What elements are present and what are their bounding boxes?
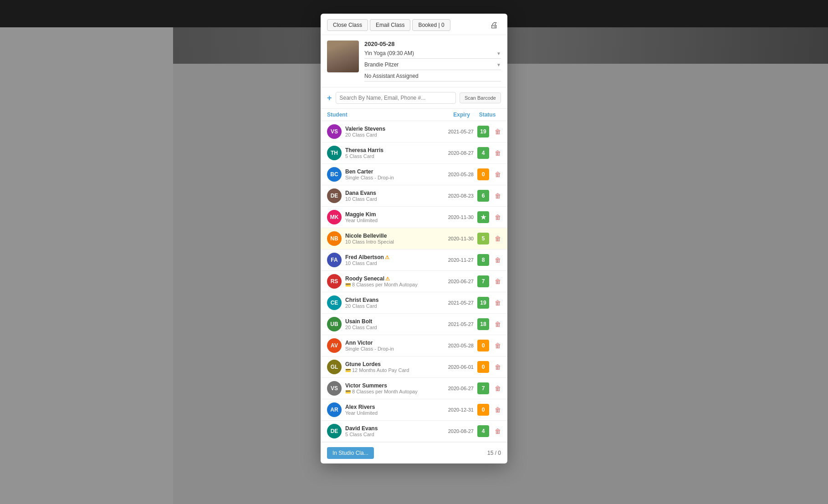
- delete-student-button[interactable]: 🗑: [495, 342, 501, 349]
- print-button[interactable]: 🖨: [487, 20, 501, 31]
- student-expiry: 2021-05-27: [441, 129, 474, 134]
- assistant-label: No Assistant Assigned: [364, 73, 419, 79]
- student-info: Nicole Belleville 10 Class Intro Special: [345, 233, 437, 244]
- search-bar: + Scan Barcode: [321, 87, 507, 109]
- student-name: Fred Albertson⚠: [345, 254, 437, 260]
- student-expiry: 2021-05-27: [441, 321, 474, 327]
- delete-student-button[interactable]: 🗑: [495, 192, 501, 199]
- student-expiry: 2020-06-27: [441, 386, 474, 391]
- warning-icon: ⚠: [385, 276, 390, 281]
- delete-student-button[interactable]: 🗑: [495, 321, 501, 328]
- student-avatar: FA: [327, 253, 342, 267]
- student-pass: 5 Class Card: [345, 153, 437, 159]
- student-pass: Single Class - Drop-in: [345, 175, 437, 180]
- student-row[interactable]: RS Roody Senecal⚠ 💳8 Classes per Month A…: [321, 271, 507, 292]
- col-header-status: Status: [474, 112, 501, 118]
- status-badge: 19: [477, 297, 489, 309]
- status-badge: 18: [477, 318, 489, 330]
- student-row[interactable]: GL Gtune Lordes 💳12 Months Auto Pay Card…: [321, 356, 507, 378]
- student-pass: 20 Class Card: [345, 132, 437, 137]
- student-row[interactable]: DE Dana Evans 10 Class Card 2020-08-23 6…: [321, 185, 507, 207]
- student-avatar: GL: [327, 360, 342, 374]
- modal-footer: In Studio Cla... 15 / 0: [321, 442, 507, 463]
- student-name: Theresa Harris: [345, 147, 437, 153]
- student-row[interactable]: CE Christ Evans 20 Class Card 2021-05-27…: [321, 292, 507, 314]
- status-badge: 7: [477, 382, 489, 394]
- student-pass: 5 Class Card: [345, 432, 437, 437]
- student-info: Ann Victor Single Class - Drop-in: [345, 340, 437, 351]
- student-row[interactable]: VS Victor Summers 💳8 Classes per Month A…: [321, 378, 507, 399]
- delete-student-button[interactable]: 🗑: [495, 428, 501, 435]
- student-row[interactable]: UB Usain Bolt 20 Class Card 2021-05-27 1…: [321, 314, 507, 335]
- delete-student-button[interactable]: 🗑: [495, 278, 501, 285]
- student-row[interactable]: AV Ann Victor Single Class - Drop-in 202…: [321, 335, 507, 356]
- delete-student-button[interactable]: 🗑: [495, 149, 501, 157]
- status-badge: ★: [477, 211, 489, 223]
- status-badge: 5: [477, 233, 489, 244]
- student-pass: 20 Class Card: [345, 325, 437, 330]
- student-row[interactable]: VS Valerie Stevens 20 Class Card 2021-05…: [321, 121, 507, 143]
- warning-icon: ⚠: [385, 255, 389, 260]
- student-pass: 10 Class Intro Special: [345, 239, 437, 244]
- student-info: Dana Evans 10 Class Card: [345, 190, 437, 202]
- student-info: Gtune Lordes 💳12 Months Auto Pay Card: [345, 361, 437, 373]
- status-badge: 0: [477, 340, 489, 351]
- student-avatar: VS: [327, 381, 342, 396]
- delete-student-button[interactable]: 🗑: [495, 299, 501, 306]
- booked-button[interactable]: Booked | 0: [412, 19, 450, 31]
- student-row[interactable]: MK Maggie Kim Year Unlimited 2020-11-30 …: [321, 207, 507, 228]
- student-row[interactable]: DE David Evans 5 Class Card 2020-08-27 4…: [321, 421, 507, 442]
- modal-header: Close Class Email Class Booked | 0 🖨: [321, 14, 507, 35]
- student-avatar: DE: [327, 424, 342, 438]
- scan-barcode-button[interactable]: Scan Barcode: [460, 92, 501, 103]
- student-row[interactable]: BC Ben Carter Single Class - Drop-in 202…: [321, 164, 507, 185]
- status-badge: 4: [477, 147, 489, 159]
- student-name: David Evans: [345, 425, 437, 432]
- student-name: Ben Carter: [345, 168, 437, 175]
- autopay-icon: 💳: [345, 389, 351, 394]
- table-header: Student Expiry Status: [321, 109, 507, 121]
- student-avatar: NB: [327, 231, 342, 246]
- student-pass: Year Unlimited: [345, 218, 437, 223]
- student-row[interactable]: FA Fred Albertson⚠ 10 Class Card 2020-11…: [321, 249, 507, 271]
- add-student-button[interactable]: +: [327, 94, 332, 102]
- student-pass: 💳12 Months Auto Pay Card: [345, 367, 437, 373]
- student-row[interactable]: AR Alex Rivers Year Unlimited 2020-12-31…: [321, 399, 507, 421]
- chevron-down-icon: ▼: [496, 51, 501, 56]
- student-avatar: UB: [327, 317, 342, 331]
- delete-student-button[interactable]: 🗑: [495, 214, 501, 221]
- class-modal: Close Class Email Class Booked | 0 🖨 202…: [321, 14, 507, 463]
- col-header-expiry: Expiry: [434, 112, 470, 118]
- instructor-dropdown[interactable]: Brandie Pitzer ▼: [364, 61, 501, 70]
- close-class-button[interactable]: Close Class: [327, 19, 368, 31]
- in-studio-button[interactable]: In Studio Cla...: [327, 447, 374, 459]
- class-time-dropdown[interactable]: Yin Yoga (09:30 AM) ▼: [364, 50, 501, 59]
- student-name: Roody Senecal⚠: [345, 275, 437, 282]
- delete-student-button[interactable]: 🗑: [495, 256, 501, 264]
- student-pass: 10 Class Card: [345, 196, 437, 202]
- student-row[interactable]: TH Theresa Harris 5 Class Card 2020-08-2…: [321, 143, 507, 164]
- delete-student-button[interactable]: 🗑: [495, 363, 501, 371]
- student-info: Usain Bolt 20 Class Card: [345, 318, 437, 330]
- student-name: Christ Evans: [345, 297, 437, 303]
- student-info: Fred Albertson⚠ 10 Class Card: [345, 254, 437, 266]
- student-pass: 10 Class Card: [345, 260, 437, 266]
- student-pass: 💳8 Classes per Month Autopay: [345, 282, 437, 287]
- student-avatar: TH: [327, 146, 342, 160]
- student-expiry: 2020-05-28: [441, 343, 474, 348]
- student-avatar: CE: [327, 295, 342, 310]
- status-badge: 8: [477, 254, 489, 266]
- delete-student-button[interactable]: 🗑: [495, 406, 501, 413]
- delete-student-button[interactable]: 🗑: [495, 385, 501, 392]
- email-class-button[interactable]: Email Class: [370, 19, 410, 31]
- class-time-label: Yin Yoga (09:30 AM): [364, 50, 414, 56]
- delete-student-button[interactable]: 🗑: [495, 171, 501, 178]
- student-info: Roody Senecal⚠ 💳8 Classes per Month Auto…: [345, 275, 437, 287]
- student-expiry: 2020-08-23: [441, 193, 474, 199]
- student-avatar: DE: [327, 188, 342, 203]
- delete-student-button[interactable]: 🗑: [495, 128, 501, 135]
- delete-student-button[interactable]: 🗑: [495, 235, 501, 242]
- assistant-dropdown[interactable]: No Assistant Assigned: [364, 73, 501, 81]
- student-row[interactable]: NB Nicole Belleville 10 Class Intro Spec…: [321, 228, 507, 249]
- search-input[interactable]: [340, 95, 452, 101]
